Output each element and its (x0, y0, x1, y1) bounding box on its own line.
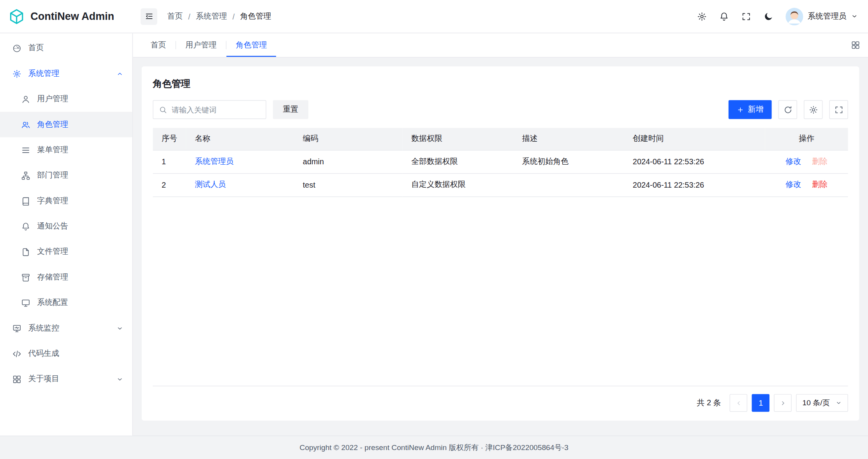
collapse-sidebar-button[interactable] (141, 8, 157, 25)
logo[interactable]: ContiNew Admin (0, 8, 133, 25)
sidebar-item-menu-management[interactable]: 菜单管理 (0, 137, 132, 163)
copyright-text: Copyright © 2022 - present ContiNew Admi… (299, 443, 568, 453)
breadcrumb-item-system[interactable]: 系统管理 (196, 11, 227, 21)
tab-list-button[interactable] (843, 33, 868, 57)
breadcrumb: 首页 / 系统管理 / 角色管理 (167, 11, 271, 21)
footer: Copyright © 2022 - present ContiNew Admi… (0, 436, 868, 459)
table-header-row: 序号 名称 编码 数据权限 描述 创建时间 操作 (153, 128, 848, 150)
sidebar-item-label: 系统配置 (37, 298, 123, 308)
user-icon (21, 94, 30, 104)
avatar (785, 7, 803, 25)
add-button-label: 新增 (748, 105, 764, 115)
tab-user-management[interactable]: 用户管理 (176, 33, 226, 57)
sidebar-item-label: 关于项目 (28, 374, 109, 384)
cell-code: test (294, 173, 403, 197)
role-name-link[interactable]: 系统管理员 (195, 157, 234, 165)
menu-fold-icon (144, 12, 153, 21)
settings-gear-icon[interactable] (697, 11, 707, 21)
cell-data-scope: 自定义数据权限 (402, 173, 513, 197)
keyword-search-box[interactable] (153, 100, 266, 119)
delete-link[interactable]: 删除 (812, 180, 828, 189)
chevron-down-icon (835, 399, 842, 406)
cell-data-scope: 全部数据权限 (402, 150, 513, 173)
sidebar-item-dictionary-management[interactable]: 字典管理 (0, 188, 132, 213)
fullscreen-icon[interactable] (741, 11, 751, 21)
pagination: 共 2 条 1 10 条/页 (153, 394, 848, 412)
sidebar-item-label: 系统监控 (28, 323, 109, 333)
cell-actions: 修改 删除 (765, 173, 848, 197)
cell-no: 1 (153, 150, 186, 173)
chevron-down-icon (851, 13, 858, 20)
sidebar-item-department-management[interactable]: 部门管理 (0, 163, 132, 188)
users-icon (21, 120, 30, 129)
column-header-name: 名称 (186, 128, 294, 150)
sidebar-item-system-management[interactable]: 系统管理 (0, 61, 132, 86)
user-menu[interactable]: 系统管理员 (785, 7, 858, 25)
main-content: 首页 用户管理 角色管理 角色管理 重置 (133, 33, 868, 435)
tab-role-management[interactable]: 角色管理 (226, 33, 276, 57)
search-input[interactable] (172, 106, 260, 114)
edit-link[interactable]: 修改 (785, 180, 801, 189)
breadcrumb-item-home[interactable]: 首页 (167, 11, 183, 21)
sidebar-item-file-management[interactable]: 文件管理 (0, 239, 132, 264)
gear-icon (808, 105, 818, 114)
cell-description: 系统初始角色 (513, 150, 624, 173)
notification-bell-icon[interactable] (719, 11, 729, 21)
code-icon (12, 349, 21, 358)
role-name-link[interactable]: 测试人员 (195, 180, 226, 189)
column-header-actions: 操作 (765, 128, 848, 150)
breadcrumb-item-current: 角色管理 (240, 11, 271, 21)
cell-created-at: 2024-06-11 22:53:26 (624, 150, 765, 173)
book-icon (21, 196, 30, 206)
user-name: 系统管理员 (808, 11, 847, 21)
bell-icon (21, 222, 30, 231)
app-root: ContiNew Admin 首页 / 系统管理 / 角色管理 (0, 0, 868, 459)
tab-home[interactable]: 首页 (141, 33, 175, 57)
table-fullscreen-button[interactable] (829, 100, 848, 119)
monitor-icon (12, 324, 21, 333)
sidebar-item-home[interactable]: 首页 (0, 35, 132, 61)
sidebar-item-user-management[interactable]: 用户管理 (0, 86, 132, 112)
reset-button[interactable]: 重置 (273, 100, 308, 119)
cell-actions: 修改 删除 (765, 150, 848, 173)
refresh-button[interactable] (778, 100, 797, 119)
tab-label: 用户管理 (185, 40, 217, 50)
sidebar-item-system-config[interactable]: 系统配置 (0, 290, 132, 315)
sidebar-item-label: 代码生成 (28, 349, 123, 359)
add-button[interactable]: 新增 (729, 100, 772, 119)
cell-created-at: 2024-06-11 22:53:26 (624, 173, 765, 197)
desktop-icon (21, 298, 30, 308)
plus-icon (737, 106, 744, 113)
table-settings-button[interactable] (804, 100, 822, 119)
org-tree-icon (21, 171, 30, 180)
sidebar-item-storage-management[interactable]: 存储管理 (0, 265, 132, 290)
theme-moon-icon[interactable] (763, 11, 773, 21)
tab-list-icon (850, 40, 860, 50)
table-row: 2 测试人员 test 自定义数据权限 2024-06-11 22:53:26 … (153, 173, 848, 197)
cell-code: admin (294, 150, 403, 173)
prev-page-button[interactable] (730, 394, 747, 412)
sidebar-item-code-generation[interactable]: 代码生成 (0, 341, 132, 366)
sidebar-item-about-project[interactable]: 关于项目 (0, 366, 132, 392)
cell-name: 系统管理员 (186, 150, 294, 173)
storage-icon (21, 273, 30, 282)
total-count: 共 2 条 (697, 398, 721, 408)
sidebar-item-role-management[interactable]: 角色管理 (0, 112, 132, 137)
sidebar-item-label: 部门管理 (37, 171, 123, 181)
file-icon (21, 247, 30, 257)
menu-lines-icon (21, 145, 30, 155)
logo-cube-icon (8, 8, 25, 25)
sidebar-item-label: 字典管理 (37, 196, 123, 206)
sidebar-item-label: 系统管理 (28, 69, 109, 79)
toolbar: 重置 新增 (153, 100, 848, 119)
sidebar-item-label: 文件管理 (37, 247, 123, 257)
page-size-select[interactable]: 10 条/页 (796, 394, 848, 412)
sidebar-item-notice-announcement[interactable]: 通知公告 (0, 214, 132, 239)
delete-link[interactable]: 删除 (812, 157, 828, 165)
sidebar: 首页 系统管理 用户管理 角色管理 菜单管理 部门管理 字典管理 (0, 33, 133, 435)
sidebar-item-system-monitor[interactable]: 系统监控 (0, 315, 132, 341)
page-button-1[interactable]: 1 (752, 394, 769, 412)
cell-description (513, 173, 624, 197)
next-page-button[interactable] (774, 394, 792, 412)
edit-link[interactable]: 修改 (785, 157, 801, 165)
